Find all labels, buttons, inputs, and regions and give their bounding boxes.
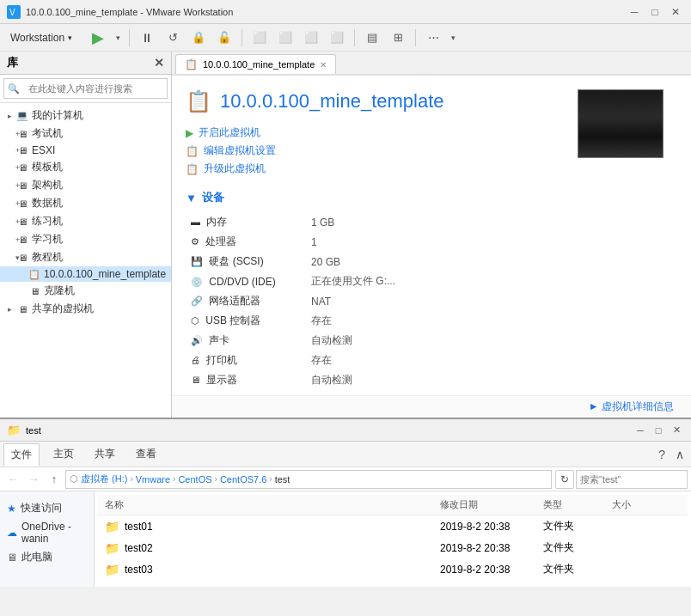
sidebar-tree-item-mine_template[interactable]: 📋 10.0.0.100_mine_template	[0, 266, 171, 282]
close-button[interactable]: ✕	[667, 4, 684, 20]
file-list-item[interactable]: 📁 test02 2019-8-2 20:38 文件夹	[98, 537, 688, 558]
ribbon-right-controls: ? ∧	[655, 446, 688, 463]
device-row: 💿 CD/DVD (IDE) 正在使用文件 G:...	[186, 271, 677, 291]
sidebar-search-input[interactable]	[23, 81, 163, 96]
toolbar-btn-4[interactable]: 🔓	[212, 27, 236, 49]
device-value: 自动检测	[306, 370, 677, 390]
search-input[interactable]	[580, 474, 691, 485]
address-crumb-hvol[interactable]: 虚拟卷 (H:)	[81, 473, 127, 485]
minimize-button[interactable]: ─	[626, 4, 643, 20]
workstation-menu[interactable]: Workstation ▾	[3, 28, 79, 47]
window-controls: ─ □ ✕	[626, 4, 684, 20]
sidebar-tree-item-jiaocheng[interactable]: ▾ 🖥 教程机	[0, 248, 171, 266]
tree-expand-icon: ▸	[3, 305, 15, 314]
fe-sidebar-quick-access[interactable]: ★ 快速访问	[0, 498, 94, 518]
sidebar-close-button[interactable]: ✕	[154, 56, 164, 70]
tree-expand-icon: +	[3, 163, 15, 172]
toolbar-btn-6[interactable]: ⬜	[273, 27, 297, 49]
main-section: 库 ✕ 🔍 ▸ 💻 我的计算机 + 🖥 考试机 + 🖥 ESXI + 🖥 模板	[0, 52, 691, 418]
toolbar-btn-2[interactable]: ↺	[161, 27, 185, 49]
toolbar-btn-7[interactable]: ⬜	[299, 27, 323, 49]
file-list-item[interactable]: 📁 test03 2019-8-2 20:38 文件夹	[98, 558, 688, 580]
vm-panel: 📋 10.0.0.100_mine_template ▶ 开启此虚拟机 📋 编辑…	[172, 76, 691, 395]
device-row: 🖥 显示器 自动检测	[186, 370, 677, 390]
tree-item-label: 共享的虚拟机	[32, 302, 168, 316]
col-size[interactable]: 大小	[612, 497, 681, 513]
address-crumb-centos[interactable]: CentOS	[178, 474, 211, 485]
power-on-icon: ▶	[186, 127, 193, 139]
refresh-button[interactable]: ↻	[555, 470, 574, 489]
sidebar-tree-item-shuju[interactable]: + 🖥 数据机	[0, 194, 171, 212]
title-text: 10.0.0.100_mine_template - VMware Workst…	[26, 7, 626, 17]
fe-sidebar-this-pc[interactable]: 🖥 此电脑	[0, 547, 94, 567]
sidebar-tree-item-esxi[interactable]: + 🖥 ESXI	[0, 143, 171, 158]
fe-close-button[interactable]: ✕	[669, 424, 684, 437]
tree-item-icon: 🖥	[15, 162, 29, 174]
vm-details-link[interactable]: ► 虚拟机详细信息	[582, 397, 681, 416]
file-name-cell: 📁 test02	[105, 541, 440, 555]
tree-item-label: 学习机	[32, 232, 168, 247]
sidebar-tree-item-jijia[interactable]: + 🖥 架构机	[0, 176, 171, 194]
sidebar-tree-item-shared[interactable]: ▸ 🖥 共享的虚拟机	[0, 300, 171, 318]
sidebar-tree-item-kaoshi[interactable]: + 🖥 考试机	[0, 125, 171, 143]
tree-item-label: 10.0.0.100_mine_template	[44, 268, 168, 280]
device-row: 🔊 声卡 自动检测	[186, 331, 677, 351]
tree-item-label: 我的计算机	[32, 108, 168, 123]
devices-section-header[interactable]: ▼ 设备	[186, 190, 677, 205]
play-dropdown-button[interactable]: ▾	[112, 27, 124, 49]
upgrade-action[interactable]: 📋 升级此虚拟机	[186, 160, 677, 178]
fe-maximize-button[interactable]: □	[651, 424, 666, 437]
toolbar-btn-8[interactable]: ⬜	[325, 27, 349, 49]
col-type[interactable]: 类型	[543, 497, 612, 513]
sidebar-tree-item-kelong[interactable]: 🖥 克隆机	[0, 282, 171, 300]
address-crumb-centos76[interactable]: CentOS7.6	[220, 474, 266, 485]
file-date: 2019-8-2 20:38	[440, 521, 543, 533]
ribbon-tab-share[interactable]: 共享	[88, 443, 122, 465]
ribbon-expand-icon[interactable]: ∧	[672, 446, 688, 463]
col-name[interactable]: 名称	[105, 497, 440, 513]
ribbon-tab-home[interactable]: 主页	[46, 443, 81, 465]
sidebar-tree-item-xuexi[interactable]: + 🖥 学习机	[0, 230, 171, 248]
device-name: 🔊 声卡	[186, 331, 306, 351]
ribbon-tab-file[interactable]: 文件	[3, 443, 40, 467]
app-icon: V	[7, 5, 21, 19]
onedrive-label: OneDrive - wanin	[21, 521, 87, 545]
fe-ribbon: 文件 主页 共享 查看 ? ∧	[0, 442, 691, 467]
file-list-item[interactable]: 📁 test01 2019-8-2 20:38 文件夹	[98, 515, 688, 537]
toolbar-btn-10[interactable]: ⊞	[386, 27, 410, 49]
toolbar-btn-11-drop[interactable]: ▾	[447, 27, 459, 49]
col-date[interactable]: 修改日期	[440, 497, 543, 513]
nav-forward-button[interactable]: →	[24, 470, 43, 489]
tab-close-button[interactable]: ✕	[320, 60, 327, 70]
device-name: ⬡ USB 控制器	[186, 311, 306, 331]
toolbar-btn-3[interactable]: 🔒	[187, 27, 211, 49]
address-bar[interactable]: ⬡ 虚拟卷 (H:) › Vmware › CentOS › CentOS7.6…	[65, 470, 552, 489]
fe-title-icon: 📁	[7, 424, 21, 436]
ribbon-help-icon[interactable]: ?	[655, 446, 669, 463]
vm-thumbnail	[578, 89, 663, 158]
maximize-button[interactable]: □	[646, 4, 663, 20]
suspend-button[interactable]: ⏸	[135, 27, 159, 49]
file-name: test02	[125, 542, 153, 554]
play-button[interactable]: ▶	[86, 27, 110, 49]
toolbar-btn-5[interactable]: ⬜	[248, 27, 272, 49]
sidebar-tree-item-my-pc[interactable]: ▸ 💻 我的计算机	[0, 107, 171, 125]
address-crumb-vmware[interactable]: Vmware	[136, 474, 170, 485]
sidebar-tree-item-lianxi[interactable]: + 🖥 练习机	[0, 212, 171, 230]
fe-file-list: 📁 test01 2019-8-2 20:38 文件夹 📁 test02 201…	[98, 515, 688, 580]
device-name: 💿 CD/DVD (IDE)	[186, 271, 306, 291]
sidebar-tree-item-moban[interactable]: + 🖥 模板机	[0, 158, 171, 176]
device-icon: ⚙	[191, 236, 199, 247]
nav-back-button[interactable]: ←	[3, 470, 22, 489]
vm-tab[interactable]: 📋 10.0.0.100_mine_template ✕	[175, 54, 336, 74]
power-on-label: 开启此虚拟机	[199, 125, 260, 140]
ribbon-tab-view[interactable]: 查看	[129, 443, 163, 465]
tree-item-label: 考试机	[32, 126, 168, 141]
vm-title-icon: 📋	[186, 89, 211, 113]
toolbar-btn-11[interactable]: ⋯	[421, 27, 445, 49]
fe-sidebar-onedrive[interactable]: ☁ OneDrive - wanin	[0, 518, 94, 547]
fe-minimize-button[interactable]: ─	[633, 424, 648, 437]
device-value: 正在使用文件 G:...	[306, 271, 677, 291]
toolbar-btn-9[interactable]: ▤	[360, 27, 384, 49]
nav-up-button[interactable]: ↑	[45, 470, 64, 489]
